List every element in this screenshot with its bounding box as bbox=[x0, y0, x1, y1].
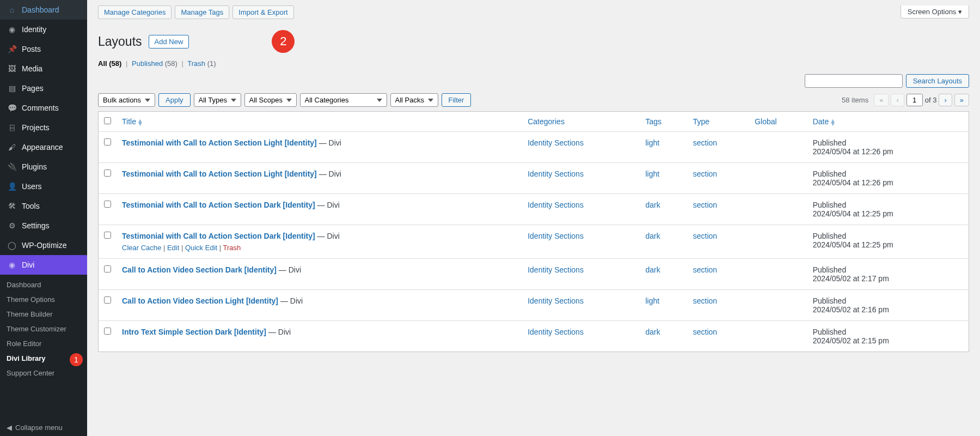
layout-title-link[interactable]: Call to Action Video Section Light [Iden… bbox=[122, 296, 278, 305]
submenu-item-dashboard[interactable]: Dashboard bbox=[0, 277, 87, 292]
layout-title-link[interactable]: Call to Action Video Section Dark [Ident… bbox=[122, 265, 277, 274]
plug-icon: 🔌 bbox=[7, 161, 17, 172]
category-link[interactable]: Identity Sections bbox=[528, 201, 584, 209]
sidebar-item-pages[interactable]: ▤Pages bbox=[0, 78, 87, 98]
submenu-item-theme-options[interactable]: Theme Options bbox=[0, 292, 87, 307]
page-input[interactable] bbox=[906, 94, 923, 106]
search-layouts-button[interactable]: Search Layouts bbox=[906, 74, 969, 88]
category-link[interactable]: Identity Sections bbox=[528, 296, 584, 305]
manage-tags-link[interactable]: Manage Tags bbox=[175, 5, 229, 19]
sidebar-item-tools[interactable]: 🛠Tools bbox=[0, 196, 87, 216]
row-checkbox[interactable] bbox=[104, 201, 111, 208]
edit-link[interactable]: Edit bbox=[167, 244, 179, 252]
col-date[interactable]: Date▲▼ bbox=[807, 112, 969, 132]
sidebar-item-projects[interactable]: ⌸Projects bbox=[0, 118, 87, 137]
layout-title-link[interactable]: Intro Text Simple Section Dark [Identity… bbox=[122, 328, 266, 336]
date-cell: Published2024/05/04 at 12:26 pm bbox=[807, 132, 969, 163]
sidebar-item-label: Plugins bbox=[22, 162, 47, 171]
row-checkbox[interactable] bbox=[104, 265, 111, 272]
table-row: Call to Action Video Section Dark [Ident… bbox=[99, 259, 969, 290]
submenu-item-role-editor[interactable]: Role Editor bbox=[0, 336, 87, 351]
collapse-menu-button[interactable]: ◀ Collapse menu bbox=[0, 419, 87, 436]
row-checkbox[interactable] bbox=[104, 232, 111, 239]
type-link[interactable]: section bbox=[693, 265, 717, 274]
type-link[interactable]: section bbox=[693, 201, 717, 209]
row-checkbox[interactable] bbox=[104, 328, 111, 335]
col-categories[interactable]: Categories bbox=[522, 112, 640, 132]
row-checkbox[interactable] bbox=[104, 169, 111, 177]
trash-link[interactable]: Trash bbox=[223, 244, 241, 252]
wpo-icon: ◯ bbox=[7, 240, 17, 251]
add-new-button[interactable]: Add New bbox=[149, 35, 189, 49]
sidebar-item-wp-optimize[interactable]: ◯WP-Optimize bbox=[0, 235, 87, 255]
sidebar-item-label: Media bbox=[22, 64, 42, 73]
first-page-button[interactable]: « bbox=[874, 94, 889, 106]
sidebar-item-divi[interactable]: ◉Divi bbox=[0, 255, 87, 275]
col-title[interactable]: Title▲▼ bbox=[117, 112, 522, 132]
submenu-item-theme-builder[interactable]: Theme Builder bbox=[0, 307, 87, 322]
row-checkbox[interactable] bbox=[104, 138, 111, 146]
sidebar-item-plugins[interactable]: 🔌Plugins bbox=[0, 157, 87, 177]
layout-title-link[interactable]: Testimonial with Call to Action Section … bbox=[122, 232, 315, 240]
submenu-item-theme-customizer[interactable]: Theme Customizer bbox=[0, 322, 87, 336]
manage-categories-link[interactable]: Manage Categories bbox=[98, 5, 171, 19]
tag-link[interactable]: dark bbox=[645, 328, 660, 336]
tag-link[interactable]: dark bbox=[645, 232, 660, 240]
tag-link[interactable]: light bbox=[645, 169, 659, 178]
submenu-item-support-center[interactable]: Support Center bbox=[0, 366, 87, 380]
next-page-button[interactable]: › bbox=[939, 94, 952, 106]
sidebar-item-appearance[interactable]: 🖌Appearance bbox=[0, 137, 87, 157]
tag-link[interactable]: dark bbox=[645, 201, 660, 209]
categories-select[interactable]: All Categories bbox=[300, 93, 387, 107]
sidebar-item-posts[interactable]: 📌Posts bbox=[0, 39, 87, 59]
type-link[interactable]: section bbox=[693, 328, 717, 336]
submenu-item-divi-library[interactable]: Divi Library1 bbox=[0, 351, 87, 366]
type-link[interactable]: section bbox=[693, 169, 717, 178]
apply-button[interactable]: Apply bbox=[158, 93, 191, 107]
col-global[interactable]: Global bbox=[749, 112, 807, 132]
search-input[interactable] bbox=[805, 74, 903, 88]
tag-link[interactable]: dark bbox=[645, 265, 660, 274]
type-link[interactable]: section bbox=[693, 296, 717, 305]
quick-edit-link[interactable]: Quick Edit bbox=[185, 244, 217, 252]
type-link[interactable]: section bbox=[693, 138, 717, 147]
sidebar-item-users[interactable]: 👤Users bbox=[0, 177, 87, 196]
tools-icon: 🛠 bbox=[7, 201, 17, 211]
sidebar-item-media[interactable]: 🖼Media bbox=[0, 59, 87, 78]
layout-title-link[interactable]: Testimonial with Call to Action Section … bbox=[122, 138, 317, 147]
category-link[interactable]: Identity Sections bbox=[528, 232, 584, 240]
type-link[interactable]: section bbox=[693, 232, 717, 240]
row-checkbox[interactable] bbox=[104, 296, 111, 304]
screen-options-toggle[interactable]: Screen Options bbox=[901, 5, 969, 19]
clear-cache-link[interactable]: Clear Cache bbox=[122, 244, 161, 252]
sidebar-item-dashboard[interactable]: ⌂Dashboard bbox=[0, 0, 87, 20]
sidebar-item-comments[interactable]: 💬Comments bbox=[0, 98, 87, 118]
prev-page-button[interactable]: ‹ bbox=[891, 94, 904, 106]
import-export-link[interactable]: Import & Export bbox=[232, 5, 293, 19]
sidebar-item-identity[interactable]: ◉Identity bbox=[0, 20, 87, 39]
scopes-select[interactable]: All Scopes bbox=[244, 93, 297, 107]
category-link[interactable]: Identity Sections bbox=[528, 328, 584, 336]
category-link[interactable]: Identity Sections bbox=[528, 138, 584, 147]
packs-select[interactable]: All Packs bbox=[390, 93, 438, 107]
view-all[interactable]: All (58) bbox=[98, 59, 121, 68]
tag-link[interactable]: light bbox=[645, 296, 659, 305]
last-page-button[interactable]: » bbox=[954, 94, 969, 106]
sidebar-item-label: Tools bbox=[22, 202, 40, 210]
col-tags[interactable]: Tags bbox=[640, 112, 687, 132]
category-link[interactable]: Identity Sections bbox=[528, 169, 584, 178]
layout-title-link[interactable]: Testimonial with Call to Action Section … bbox=[122, 201, 315, 209]
comment-icon: 💬 bbox=[7, 102, 17, 113]
select-all-checkbox[interactable] bbox=[104, 117, 111, 124]
types-select[interactable]: All Types bbox=[194, 93, 241, 107]
filter-button[interactable]: Filter bbox=[442, 93, 471, 107]
tag-link[interactable]: light bbox=[645, 138, 659, 147]
layout-title-link[interactable]: Testimonial with Call to Action Section … bbox=[122, 169, 317, 178]
view-trash[interactable]: Trash (1) bbox=[187, 59, 216, 68]
view-published[interactable]: Published (58) bbox=[132, 59, 177, 68]
page-total: of 3 bbox=[925, 96, 937, 104]
col-type[interactable]: Type bbox=[688, 112, 749, 132]
sidebar-item-settings[interactable]: ⚙Settings bbox=[0, 216, 87, 235]
category-link[interactable]: Identity Sections bbox=[528, 265, 584, 274]
bulk-actions-select[interactable]: Bulk actions bbox=[98, 93, 155, 107]
